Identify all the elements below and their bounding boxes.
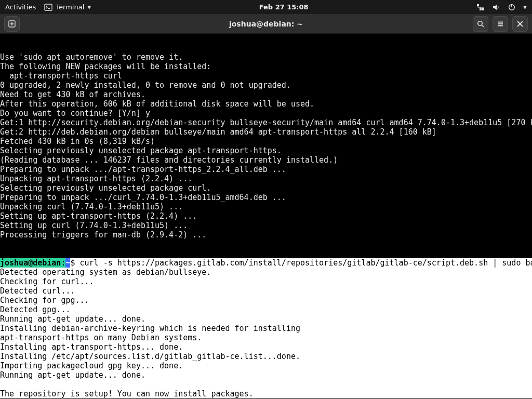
prompt-dollar: $: [70, 258, 79, 268]
clock[interactable]: Feb 27 15:08: [259, 3, 309, 11]
chevron-down-icon: ▼: [87, 5, 91, 10]
window-title: joshua@debian: ~: [229, 20, 303, 28]
terminal-output-light: joshua@debian:~$ curl -s https://package…: [0, 258, 532, 398]
svg-line-11: [482, 25, 484, 27]
volume-icon[interactable]: [492, 3, 500, 11]
prompt-user-host: joshua@debian: [0, 258, 61, 268]
network-icon[interactable]: [476, 3, 485, 11]
power-icon[interactable]: [508, 3, 516, 11]
svg-point-10: [478, 21, 482, 25]
window-titlebar: joshua@debian: ~: [0, 14, 532, 34]
app-menu-label: Terminal: [56, 3, 84, 11]
activities-button[interactable]: Activities: [5, 3, 36, 11]
app-menu[interactable]: Terminal ▼: [44, 3, 91, 11]
system-menu-chevron-icon[interactable]: ▼: [523, 5, 527, 10]
terminal-output-dark: Use 'sudo apt autoremove' to remove it. …: [0, 52, 532, 240]
svg-rect-0: [45, 4, 52, 10]
terminal-viewport[interactable]: Use 'sudo apt autoremove' to remove it. …: [0, 34, 532, 399]
gnome-top-panel: Activities Terminal ▼ Feb 27 15:08 ▼: [0, 0, 532, 14]
svg-rect-2: [477, 4, 479, 6]
svg-rect-3: [480, 8, 482, 10]
prompt-command: curl -s https://packages.gitlab.com/inst…: [80, 258, 532, 268]
terminal-icon: [44, 3, 52, 11]
script-output: Detected operating system as debian/bull…: [0, 268, 305, 398]
menu-button[interactable]: [493, 16, 508, 32]
svg-rect-4: [482, 8, 484, 10]
new-tab-button[interactable]: [4, 16, 20, 32]
close-button[interactable]: [512, 16, 528, 32]
activities-label: Activities: [5, 3, 36, 11]
search-button[interactable]: [473, 16, 488, 32]
